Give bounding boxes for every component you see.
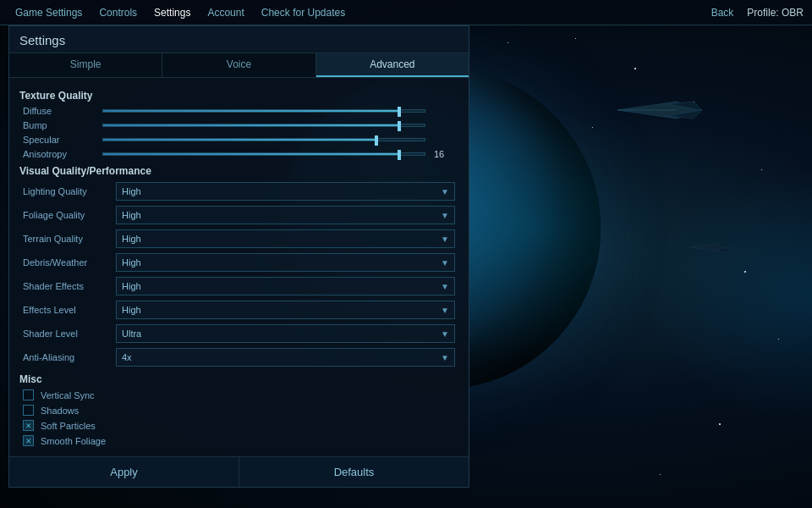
anisotropy-slider[interactable] xyxy=(102,152,425,156)
terrain-quality-value: High xyxy=(122,234,141,244)
soft-particles-row[interactable]: Soft Particles xyxy=(19,419,458,432)
settings-panel: Settings Simple Voice Advanced Texture Q… xyxy=(8,25,469,488)
shader-level-select[interactable]: Ultra ▼ xyxy=(116,324,455,343)
terrain-quality-row: Terrain Quality High ▼ xyxy=(19,228,458,250)
debris-weather-label: Debris/Weather xyxy=(23,257,116,268)
terrain-quality-select[interactable]: High ▼ xyxy=(116,229,455,248)
anisotropy-label: Anisotropy xyxy=(23,149,99,159)
lighting-quality-label: Lighting Quality xyxy=(23,186,116,196)
settings-title: Settings xyxy=(9,26,469,53)
nav-controls[interactable]: Controls xyxy=(92,5,144,20)
bottom-bar: Apply Defaults xyxy=(9,456,469,487)
shader-effects-value: High xyxy=(122,281,141,291)
lighting-quality-select[interactable]: High ▼ xyxy=(116,182,455,201)
effects-level-arrow: ▼ xyxy=(441,306,449,315)
smooth-foliage-row[interactable]: Smooth Foliage xyxy=(19,434,458,447)
glow-effect xyxy=(643,169,812,423)
diffuse-slider[interactable] xyxy=(102,109,425,113)
lighting-quality-arrow: ▼ xyxy=(441,187,449,196)
topbar: Game Settings Controls Settings Account … xyxy=(0,0,812,25)
nav-settings[interactable]: Settings xyxy=(147,5,197,20)
shader-level-value: Ultra xyxy=(122,329,141,339)
effects-level-label: Effects Level xyxy=(23,305,116,315)
shader-effects-label: Shader Effects xyxy=(23,281,116,291)
panel-content: Texture Quality Diffuse Bump Specular xyxy=(9,78,469,456)
shadows-row[interactable]: Shadows xyxy=(19,404,458,417)
spaceship-2 xyxy=(690,241,731,254)
foliage-quality-label: Foliage Quality xyxy=(23,210,116,220)
shader-effects-arrow: ▼ xyxy=(441,282,449,291)
debris-weather-value: High xyxy=(122,257,141,268)
shader-level-row: Shader Level Ultra ▼ xyxy=(19,323,458,345)
debris-weather-select[interactable]: High ▼ xyxy=(116,253,455,272)
lighting-quality-row: Lighting Quality High ▼ xyxy=(19,180,458,202)
diffuse-label: Diffuse xyxy=(23,106,99,116)
vertical-sync-row[interactable]: Vertical Sync xyxy=(19,389,458,401)
shader-effects-select[interactable]: High ▼ xyxy=(116,277,455,295)
bump-row: Bump xyxy=(19,119,458,131)
texture-quality-header: Texture Quality xyxy=(19,90,458,102)
foliage-quality-select[interactable]: High ▼ xyxy=(116,206,455,224)
diffuse-row: Diffuse xyxy=(19,105,458,117)
vertical-sync-label: Vertical Sync xyxy=(41,390,95,400)
topbar-nav: Game Settings Controls Settings Account … xyxy=(8,5,711,20)
lighting-quality-value: High xyxy=(122,186,141,196)
back-button[interactable]: Back xyxy=(711,7,734,19)
foliage-quality-row: Foliage Quality High ▼ xyxy=(19,204,458,226)
anti-aliasing-row: Anti-Aliasing 4x ▼ xyxy=(19,346,458,368)
tab-voice[interactable]: Voice xyxy=(162,53,315,77)
soft-particles-checkbox[interactable] xyxy=(23,420,34,431)
effects-level-select[interactable]: High ▼ xyxy=(116,301,455,319)
debris-weather-arrow: ▼ xyxy=(441,258,449,268)
vertical-sync-checkbox[interactable] xyxy=(23,389,34,400)
bump-slider[interactable] xyxy=(102,124,425,127)
specular-label: Specular xyxy=(23,135,99,145)
foliage-quality-value: High xyxy=(122,210,141,220)
shadows-label: Shadows xyxy=(41,406,79,416)
soft-particles-label: Soft Particles xyxy=(41,421,96,431)
nav-account[interactable]: Account xyxy=(200,5,250,20)
anisotropy-row: Anisotropy 16 xyxy=(19,148,458,160)
misc-header: Misc xyxy=(19,373,458,385)
anti-aliasing-select[interactable]: 4x ▼ xyxy=(116,348,455,367)
topbar-right: Back Profile: OBR xyxy=(711,7,804,19)
effects-level-value: High xyxy=(122,305,141,315)
spaceship-1 xyxy=(617,97,702,123)
specular-row: Specular xyxy=(19,134,458,146)
terrain-quality-label: Terrain Quality xyxy=(23,234,116,244)
effects-level-row: Effects Level High ▼ xyxy=(19,299,458,321)
apply-button[interactable]: Apply xyxy=(9,457,239,487)
tab-advanced[interactable]: Advanced xyxy=(316,53,469,77)
shadows-checkbox[interactable] xyxy=(23,405,34,416)
tabs-container: Simple Voice Advanced xyxy=(9,53,469,78)
anti-aliasing-value: 4x xyxy=(122,352,132,362)
shader-level-label: Shader Level xyxy=(23,329,116,339)
nav-game-settings[interactable]: Game Settings xyxy=(8,5,89,20)
visual-quality-header: Visual Quality/Performance xyxy=(19,165,458,177)
bump-label: Bump xyxy=(23,120,99,130)
tab-simple[interactable]: Simple xyxy=(9,53,162,77)
anti-aliasing-arrow: ▼ xyxy=(441,353,449,362)
misc-section: Misc Vertical Sync Shadows Soft Particle… xyxy=(19,373,458,447)
nav-check-updates[interactable]: Check for Updates xyxy=(255,5,352,20)
defaults-button[interactable]: Defaults xyxy=(239,457,469,487)
profile-label: Profile: OBR xyxy=(747,7,804,19)
anisotropy-value: 16 xyxy=(434,149,455,159)
foliage-quality-arrow: ▼ xyxy=(441,211,449,220)
specular-slider[interactable] xyxy=(102,138,425,141)
shader-level-arrow: ▼ xyxy=(441,329,449,339)
smooth-foliage-checkbox[interactable] xyxy=(23,435,34,446)
anti-aliasing-label: Anti-Aliasing xyxy=(23,352,116,362)
shader-effects-row: Shader Effects High ▼ xyxy=(19,275,458,297)
smooth-foliage-label: Smooth Foliage xyxy=(41,436,106,446)
debris-weather-row: Debris/Weather High ▼ xyxy=(19,251,458,273)
terrain-quality-arrow: ▼ xyxy=(441,235,449,244)
